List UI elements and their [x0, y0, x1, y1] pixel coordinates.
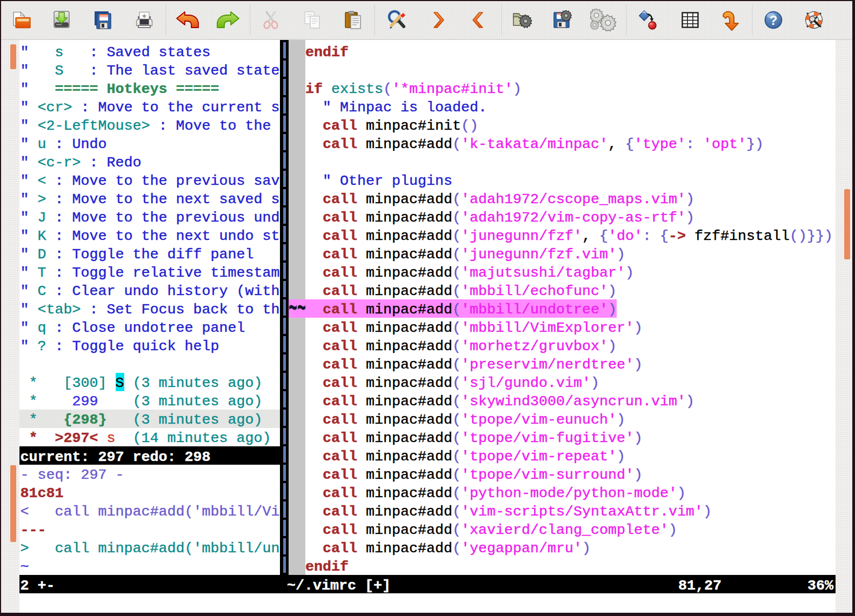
svg-text:?: ? — [770, 13, 778, 28]
